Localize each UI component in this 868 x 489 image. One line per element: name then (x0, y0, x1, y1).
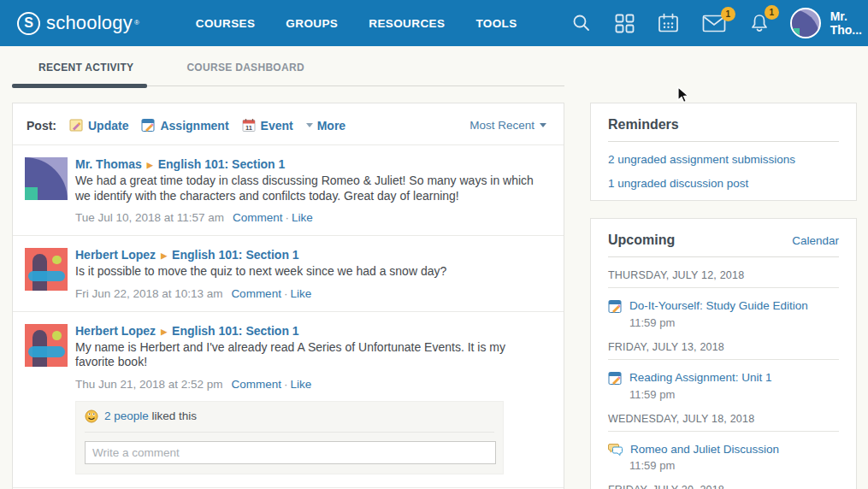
breadcrumb-arrow-icon: ▶ (161, 327, 167, 336)
like-link[interactable]: Like (290, 287, 311, 300)
upcoming-date-header: FRIDAY, JULY 13, 2018 (608, 341, 839, 360)
post-meta: Thu Jun 21, 2018 at 2:52 pm Comment·Like (75, 378, 546, 391)
liked-suffix: liked this (152, 409, 198, 422)
upcoming-item: Romeo and Juliet Discussion (608, 443, 839, 457)
author-link[interactable]: Herbert Lopez (75, 324, 156, 338)
upcoming-item-time: 11:59 pm (629, 388, 839, 401)
comment-link[interactable]: Comment (233, 211, 283, 224)
likes-panel: 2 people liked this (75, 401, 504, 474)
upcoming-date-header: THURSDAY, JULY 12, 2018 (608, 269, 839, 288)
like-link[interactable]: Like (290, 378, 311, 391)
upcoming-item-time: 11:59 pm (629, 316, 839, 329)
active-tab-indicator (12, 84, 147, 88)
nav-courses[interactable]: COURSES (196, 17, 256, 30)
caret-down-icon (540, 123, 546, 127)
post-meta: Tue Jul 10, 2018 at 11:57 am Comment·Lik… (75, 211, 546, 224)
post-byline: Herbert Lopez▶English 101: Section 1 (75, 248, 546, 262)
liked-by-link[interactable]: 2 people (104, 409, 149, 422)
upcoming-item-link[interactable]: Do-It-Yourself: Study Guide Edition (629, 299, 808, 313)
sort-most-recent-dropdown[interactable]: Most Recent (469, 119, 546, 132)
course-link[interactable]: English 101: Section 1 (158, 157, 286, 171)
post-label: Post: (27, 119, 56, 133)
messages-button[interactable]: 1 (702, 15, 726, 32)
upcoming-item-link[interactable]: Reading Assignment: Unit 1 (629, 371, 772, 385)
upcoming-date-header: WEDNESDAY, JULY 18, 2018 (608, 413, 839, 432)
post-composer: Post: Update Assignment (13, 103, 564, 144)
tab-course-dashboard[interactable]: COURSE DASHBOARD (186, 62, 304, 74)
upcoming-item: Do-It-Yourself: Study Guide Edition (608, 299, 839, 314)
user-avatar (790, 8, 821, 38)
activity-feed-card: Post: Update Assignment (12, 103, 564, 489)
post-timestamp: Tue Jul 10, 2018 at 11:57 am (75, 211, 224, 224)
post-more-button[interactable]: More (306, 119, 345, 133)
upcoming-item-time: 11:59 pm (629, 459, 839, 472)
course-link[interactable]: English 101: Section 1 (172, 248, 299, 262)
user-menu[interactable]: Mr. Tho... (790, 8, 868, 38)
assignment-icon (608, 299, 623, 314)
primary-nav: COURSES GROUPS RESOURCES TOOLS (196, 17, 548, 30)
dot-separator: · (284, 378, 288, 391)
post-byline: Herbert Lopez▶English 101: Section 1 (75, 324, 546, 338)
likes-row: 2 people liked this (85, 409, 494, 433)
event-icon: 11 (242, 118, 257, 133)
dot-separator: · (285, 211, 289, 224)
notifications-badge: 1 (765, 5, 779, 20)
course-link[interactable]: English 101: Section 1 (172, 324, 299, 338)
reminder-ungraded-assignments-link[interactable]: 2 ungraded assignment submissions (608, 153, 839, 166)
nav-tools[interactable]: TOOLS (475, 17, 517, 30)
app-grid-icon[interactable] (615, 14, 635, 33)
post-body: We had a great time today in class discu… (75, 174, 546, 203)
calendar-icon[interactable] (658, 13, 679, 33)
post-event-label: Event (261, 119, 293, 133)
post-meta: Fri Jun 22, 2018 at 10:13 am Comment·Lik… (75, 287, 546, 300)
author-link[interactable]: Mr. Thomas (75, 157, 142, 171)
dot-separator: · (284, 287, 288, 300)
schoology-s-icon: S (17, 12, 40, 35)
schoology-logo[interactable]: S schoology ® (17, 12, 139, 35)
discussion-icon (608, 443, 623, 457)
caret-down-icon (306, 123, 313, 127)
notifications-button[interactable]: 1 (749, 13, 770, 33)
messages-badge: 1 (721, 7, 735, 21)
post-more-label: More (317, 119, 345, 133)
post-body: Is it possible to move the quiz to next … (75, 264, 546, 280)
upcoming-date-header: FRIDAY, JULY 20, 2018 (608, 484, 839, 489)
author-link[interactable]: Herbert Lopez (75, 248, 156, 262)
comment-link[interactable]: Comment (231, 378, 281, 391)
assignment-icon (608, 371, 623, 386)
comment-link[interactable]: Comment (231, 287, 281, 300)
avatar[interactable] (25, 324, 68, 367)
reminder-ungraded-discussion-link[interactable]: 1 ungraded discussion post (608, 177, 839, 190)
avatar[interactable] (25, 157, 68, 200)
post-byline: Mr. Thomas▶English 101: Section 1 (75, 157, 546, 171)
upcoming-item: Reading Assignment: Unit 1 (608, 371, 839, 386)
upcoming-item-link[interactable]: Romeo and Juliet Discussion (630, 443, 779, 457)
feed-post: Herbert Lopez▶English 101: Section 1 Is … (13, 236, 564, 311)
registered-mark: ® (134, 19, 139, 27)
smiley-icon (85, 409, 98, 423)
user-name: Mr. Tho... (830, 9, 866, 37)
post-event-button[interactable]: 11 Event (242, 118, 293, 133)
svg-text:11: 11 (245, 124, 252, 132)
brand-text: schoology (46, 12, 133, 34)
nav-resources[interactable]: RESOURCES (369, 17, 445, 30)
reminders-title: Reminders (608, 117, 839, 142)
post-timestamp: Fri Jun 22, 2018 at 10:13 am (75, 287, 223, 300)
sort-label: Most Recent (469, 119, 534, 132)
comment-input[interactable] (85, 441, 496, 464)
post-timestamp: Thu Jun 21, 2018 at 2:52 pm (75, 378, 223, 391)
nav-groups[interactable]: GROUPS (286, 17, 338, 30)
like-link[interactable]: Like (292, 211, 313, 224)
search-icon[interactable] (571, 13, 592, 33)
breadcrumb-arrow-icon: ▶ (161, 251, 167, 260)
avatar[interactable] (25, 248, 68, 291)
post-update-button[interactable]: Update (69, 118, 128, 133)
top-navbar: S schoology ® COURSES GROUPS RESOURCES T… (0, 0, 868, 46)
post-assignment-label: Assignment (160, 119, 228, 133)
tab-recent-activity[interactable]: RECENT ACTIVITY (38, 62, 133, 74)
post-assignment-button[interactable]: Assignment (141, 118, 228, 133)
upcoming-title: Upcoming (608, 233, 675, 248)
feed-post: Mr. Thomas▶English 101: Section 1 We had… (13, 145, 564, 235)
post-update-label: Update (88, 119, 128, 133)
calendar-link[interactable]: Calendar (792, 234, 839, 247)
